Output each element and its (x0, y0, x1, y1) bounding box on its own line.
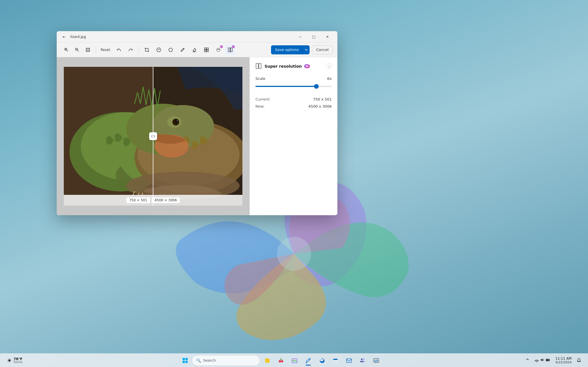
scale-label: Scale (255, 76, 265, 81)
canvas-area: 750 × 501 4500 × 3006 (57, 57, 249, 215)
taskbar-app-paint[interactable] (302, 354, 314, 367)
svg-point-40 (279, 360, 281, 362)
svg-rect-56 (546, 359, 549, 361)
svg-point-50 (361, 359, 363, 360)
title-bar: ← lizard.jpg − □ ✕ (57, 31, 337, 42)
current-value: 750 x 501 (313, 97, 332, 101)
clock-time: 11:11 AM (555, 357, 572, 360)
svg-point-0 (277, 237, 311, 271)
cancel-button[interactable]: Cancel (312, 45, 333, 54)
svg-line-12 (183, 49, 184, 49)
super-resolution-icon (255, 63, 262, 70)
svg-line-2 (67, 50, 68, 52)
maximize-button[interactable]: □ (307, 32, 320, 41)
panel-header: Super resolution AI i (255, 63, 332, 70)
win-pane-1 (183, 358, 185, 360)
content-area: 750 × 501 4500 × 3006 Super resolution A… (57, 57, 337, 215)
show-hidden-icons-button[interactable]: ^ (523, 357, 532, 364)
adjust-button[interactable] (154, 45, 164, 55)
scale-value: 6x (327, 76, 332, 81)
save-options-button[interactable]: Save options (271, 45, 303, 54)
info-rows: Current: 750 x 501 New: 4500 x 3006 (255, 97, 332, 108)
win-pane-3 (183, 361, 185, 363)
image-wrapper: 750 × 501 4500 × 3006 (64, 67, 242, 206)
undo-button[interactable] (114, 45, 124, 55)
tick-3 (277, 90, 278, 91)
start-button[interactable] (179, 355, 191, 366)
zoom-in-button[interactable] (61, 45, 71, 55)
filter-button[interactable] (166, 45, 176, 55)
svg-point-10 (157, 48, 161, 52)
active-indicator (306, 365, 311, 366)
tick-2 (267, 90, 267, 91)
pixel-button[interactable] (201, 45, 211, 55)
chevron-icon: ^ (526, 358, 529, 363)
scale-row: Scale 6x (255, 76, 332, 81)
win-pane-2 (185, 358, 188, 360)
svg-rect-8 (86, 48, 90, 52)
erase-button[interactable] (189, 45, 200, 55)
slider-thumb[interactable] (314, 84, 319, 89)
slider-track (255, 86, 332, 87)
scale-section: Scale 6x (255, 76, 332, 91)
minimize-button[interactable]: − (294, 32, 307, 41)
ai-badge-remove-bg: AI (220, 45, 223, 48)
zoom-out-button[interactable] (72, 45, 82, 55)
svg-marker-11 (169, 48, 173, 52)
tick-8 (331, 90, 331, 91)
split-handle[interactable] (149, 132, 157, 140)
svg-rect-15 (207, 48, 208, 50)
taskbar-app-gallery[interactable] (288, 354, 301, 367)
taskbar-app-files[interactable] (261, 354, 274, 367)
svg-rect-14 (204, 48, 206, 50)
weather-widget[interactable]: ☀️ 78°F Sunny (5, 356, 25, 365)
taskbar-left: ☀️ 78°F Sunny (5, 356, 39, 365)
clock-date: 6/22/2024 (556, 360, 572, 364)
original-size-label: 750 × 501 (126, 197, 151, 203)
close-button[interactable]: ✕ (321, 32, 334, 41)
ai-pill: AI (304, 64, 310, 68)
system-tray[interactable] (532, 357, 553, 364)
taskbar-app-teams[interactable] (356, 354, 369, 367)
win-pane-4 (185, 361, 188, 363)
draw-button[interactable] (177, 45, 188, 55)
weather-icon: ☀️ (7, 357, 12, 364)
taskbar-app-cherry[interactable] (275, 354, 287, 367)
svg-point-34 (177, 120, 178, 121)
tick-6 (310, 90, 310, 91)
panel-title-row: Super resolution AI (255, 63, 310, 70)
fit-view-button[interactable] (83, 45, 93, 55)
clock-widget[interactable]: 11:11 AM 6/22/2024 (553, 355, 574, 366)
svg-line-45 (309, 359, 310, 360)
svg-rect-37 (256, 63, 258, 69)
svg-rect-49 (346, 359, 352, 362)
taskbar: ☀️ 78°F Sunny 🔍 Search (0, 353, 588, 367)
save-options-dropdown-button[interactable] (303, 45, 310, 54)
current-size-row: Current: 750 x 501 (255, 97, 332, 101)
remove-bg-button[interactable]: AI (213, 45, 223, 55)
taskbar-app-store[interactable] (329, 354, 342, 367)
search-bar[interactable]: 🔍 Search (192, 355, 260, 366)
search-icon: 🔍 (196, 358, 201, 363)
tick-1 (256, 90, 256, 91)
taskbar-right: ^ 11:11 AM 6/22/2024 (523, 355, 583, 366)
svg-rect-20 (230, 48, 232, 52)
super-resolution-button[interactable]: AI (225, 45, 235, 55)
search-text: Search (203, 358, 216, 362)
super-resolution-panel: Super resolution AI i Scale 6x (249, 57, 337, 215)
svg-point-54 (536, 361, 537, 362)
taskbar-app-dev[interactable] (370, 354, 382, 367)
notification-button[interactable] (574, 356, 583, 365)
new-label: New: (255, 104, 265, 108)
scale-slider-container (255, 84, 332, 89)
taskbar-app-mail[interactable] (343, 354, 355, 367)
redo-button[interactable] (126, 45, 136, 55)
info-button[interactable]: i (326, 63, 332, 69)
window-title: lizard.jpg (70, 35, 294, 39)
taskbar-app-edge[interactable] (316, 354, 328, 367)
crop-button[interactable] (142, 45, 152, 55)
back-button[interactable]: ← (60, 33, 68, 41)
window-controls: − □ ✕ (294, 32, 334, 41)
reset-button[interactable]: Reset (99, 47, 112, 53)
new-value: 4500 x 3006 (308, 104, 332, 108)
